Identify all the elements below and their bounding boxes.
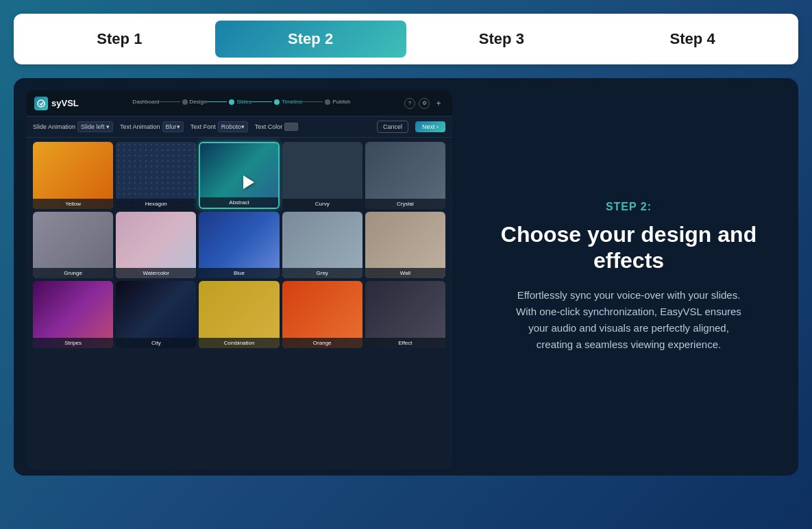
text-animation-label: Text Animation [120, 123, 160, 130]
add-icon[interactable]: + [433, 98, 444, 109]
nav-publish: Publish [332, 99, 350, 105]
blur-dropdown[interactable]: Blur▾ [162, 121, 184, 132]
thumbnail-label: City [116, 338, 196, 348]
thumbnail-label: Grunge [33, 268, 113, 278]
thumbnail-item[interactable]: Yellow [33, 142, 113, 209]
thumbnail-item[interactable]: Grunge [33, 212, 113, 279]
main-content: syVSL Dashboard Design Slides Timeline [14, 78, 798, 476]
nav-line-1 [160, 101, 180, 102]
nav-dot-3 [274, 99, 280, 105]
thumbnail-label: Combination [199, 338, 279, 348]
help-icon[interactable]: ? [404, 98, 415, 109]
text-color-label: Text Color [255, 123, 283, 130]
step-label: STEP 2: [606, 201, 652, 213]
thumbnail-label: Crystal [365, 199, 445, 209]
nav-timeline: Timeline [282, 99, 302, 105]
settings-icon[interactable]: ⚙ [419, 98, 430, 109]
color-picker[interactable] [284, 123, 298, 131]
nav-dot-2 [229, 99, 234, 105]
step-3[interactable]: Step 3 [406, 21, 598, 58]
thumbnail-item[interactable]: Grey [282, 212, 362, 279]
thumbnail-item[interactable]: Blue [199, 212, 279, 279]
slide-left-dropdown[interactable]: Slide left ▾ [77, 121, 113, 132]
thumbnail-item[interactable]: Orange [282, 281, 362, 348]
thumbnail-label: Stripes [33, 338, 113, 348]
font-dropdown[interactable]: Roboto▾ [218, 121, 248, 132]
nav-line-3 [251, 101, 272, 102]
info-panel: STEP 2: Choose your design and effects E… [459, 78, 798, 476]
slide-animation-control: Slide Animation Slide left ▾ [33, 121, 113, 132]
thumbnail-label: Effect [365, 338, 445, 348]
thumbnail-item[interactable]: Crystal [365, 142, 445, 209]
next-button[interactable]: Next › [415, 121, 445, 132]
app-topbar: syVSL Dashboard Design Slides Timeline [26, 90, 452, 116]
nav-dot-4 [325, 99, 330, 105]
thumbnail-label: Wall [365, 268, 445, 278]
thumbnail-item[interactable]: Stripes [33, 281, 113, 348]
step-4[interactable]: Step 4 [597, 21, 788, 58]
thumbnail-label: Orange [282, 338, 362, 348]
info-description: Effortlessly sync your voice-over with y… [516, 287, 742, 353]
app-logo: syVSL [34, 97, 79, 110]
nav-slides: Slides [236, 99, 251, 105]
thumbnail-item[interactable]: Wall [365, 212, 445, 279]
steps-bar: Step 1 Step 2 Step 3 Step 4 [14, 14, 798, 64]
info-title: Choose your design and effects [487, 221, 771, 274]
thumbnail-item[interactable]: Combination [199, 281, 279, 348]
slide-animation-label: Slide Animation [33, 123, 75, 130]
step-2[interactable]: Step 2 [215, 21, 406, 58]
thumbnail-grid: Yellow Hexagon Abstract Curvy Crystal Gr… [26, 138, 452, 352]
thumbnail-label: Hexagon [116, 199, 196, 209]
nav-dashboard: Dashboard [132, 99, 159, 105]
app-window: syVSL Dashboard Design Slides Timeline [26, 90, 452, 469]
thumbnail-item[interactable]: Hexagon [116, 142, 196, 209]
text-animation-control: Text Animation Blur▾ [120, 121, 184, 132]
app-nav: Dashboard Design Slides Timeline Publish [84, 96, 399, 110]
app-toolbar: Slide Animation Slide left ▾ Text Animat… [26, 116, 452, 138]
app-logo-text: syVSL [51, 98, 79, 108]
thumbnail-label: Abstract [200, 197, 278, 208]
thumbnail-label: Curvy [282, 199, 362, 209]
thumbnail-label: Grey [282, 268, 362, 278]
text-font-label: Text Font [190, 123, 216, 130]
nav-line-2 [206, 101, 227, 102]
cancel-button[interactable]: Cancel [377, 121, 408, 133]
text-font-control: Text Font Roboto▾ [190, 121, 248, 132]
topbar-icons: ? ⚙ + [404, 98, 444, 109]
svg-point-0 [38, 100, 45, 107]
thumbnail-item[interactable]: City [116, 281, 196, 348]
app-logo-icon [34, 97, 48, 110]
thumbnail-item[interactable]: Abstract [199, 142, 279, 209]
thumbnail-item[interactable]: Curvy [282, 142, 362, 209]
thumbnail-label: Yellow [33, 199, 113, 209]
thumbnail-label: Blue [199, 268, 279, 278]
text-color-control: Text Color [255, 123, 299, 131]
nav-design: Design [190, 99, 207, 105]
nav-dot-1 [182, 99, 188, 105]
thumbnail-label: Watercolor [116, 268, 196, 278]
thumbnail-item[interactable]: Effect [365, 281, 445, 348]
step-1[interactable]: Step 1 [24, 21, 215, 58]
thumbnail-item[interactable]: Watercolor [116, 212, 196, 279]
nav-line-4 [302, 101, 323, 102]
app-mockup: syVSL Dashboard Design Slides Timeline [14, 78, 459, 476]
